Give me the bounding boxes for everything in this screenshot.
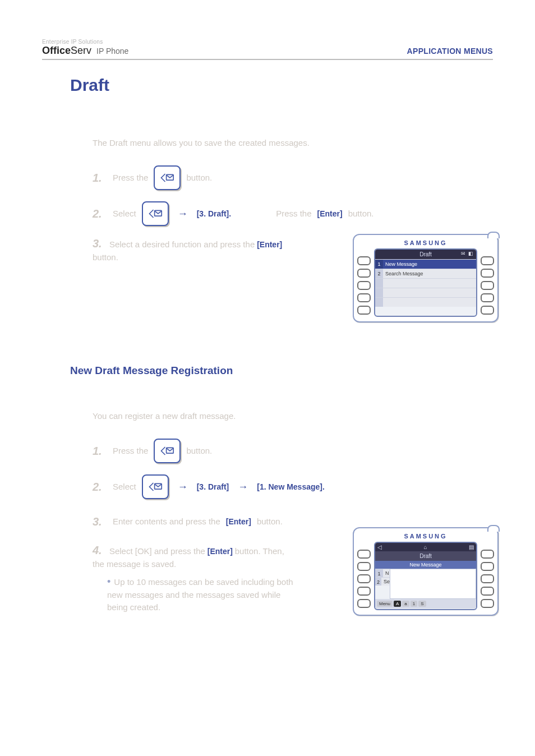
mode-sym[interactable]: S [418,601,426,607]
note: •Up to 10 messages can be saved includin… [93,576,294,614]
step-number: 3. [93,237,107,250]
brand-tagline: Enterprise IP Solutions [42,39,128,45]
step-b2: 2. Select → [3. Draft] → [1. New Message… [93,474,493,499]
home-icon[interactable]: ⌂ [423,544,427,550]
soft-button[interactable] [481,256,494,265]
phone-brand: SAMSUNG [357,238,494,248]
menu-soft-label[interactable]: Menu [377,601,393,607]
soft-button[interactable] [357,269,371,278]
softkeys-right [481,248,494,317]
soft-button[interactable] [481,281,494,290]
page-title: Draft [70,76,493,95]
softkeys-left [357,542,371,610]
step-number: 4. [93,544,107,557]
menu-item-search-message[interactable]: 2 Search Message [375,269,476,278]
soft-button[interactable] [357,256,371,265]
message-key-icon [142,474,169,499]
message-key-icon [154,165,181,190]
text-input-area[interactable] [390,569,476,599]
step-b4: 4. Select [OK] and press the [Enter] but… [93,544,493,614]
back-icon[interactable]: ◁ [377,544,382,550]
intro-text-2: You can register a new draft message. [93,405,493,427]
envelope-icon: ✉ ◧ [461,251,474,256]
screen-subtitle: New Message [375,561,476,569]
soft-button[interactable] [357,550,371,559]
step-2: 2. Select → [3. Draft]. Press the [Enter… [93,201,493,226]
phone-illustration-new-message: SAMSUNG [353,527,499,616]
step-number: 2. [93,481,107,494]
phone-screen: Draft ✉ ◧ 1 New Message 2 [374,248,477,317]
brand: Enterprise IP Solutions OfficeServ IP Ph… [42,39,128,56]
soft-button[interactable] [357,587,371,596]
soft-button[interactable] [481,574,494,583]
soft-button[interactable] [481,269,494,278]
soft-button[interactable] [481,587,494,596]
section-label: APPLICATION MENUS [407,47,493,56]
list-icon[interactable]: ▤ [469,544,474,550]
bullet-icon: • [107,576,110,587]
step-number: 3. [93,515,107,528]
step-b1: 1. Press the button. [93,439,493,463]
step-3: 3. Select a desired function and press t… [93,237,493,264]
soft-button[interactable] [357,293,371,302]
soft-button[interactable] [481,306,494,315]
arrow-icon: → [238,481,248,493]
subsection-title: New Draft Message Registration [70,365,493,377]
arrow-icon: → [178,208,188,220]
menu-item-new-message[interactable]: 1 New Message [375,259,476,269]
soft-button[interactable] [481,599,494,608]
arrow-icon: → [178,481,188,493]
brand-main: OfficeServ IP Phone [42,45,128,56]
soft-button[interactable] [481,550,494,559]
phone-brand: SAMSUNG [357,532,494,542]
message-key-icon [142,201,169,226]
input-mode-bar: Menu A a 1 S [375,599,476,609]
softkeys-left [357,248,371,317]
mode-caps[interactable]: A [394,601,401,607]
phone-screen: ◁ ⌂ ▤ Draft New Message [374,542,477,610]
step-number: 1. [93,445,107,458]
step-1: 1. Press the button. [93,165,493,190]
soft-button[interactable] [481,293,494,302]
step-number: 1. [93,172,107,185]
soft-button[interactable] [357,599,371,608]
mode-lower[interactable]: a [402,601,409,607]
soft-button[interactable] [357,306,371,315]
page-header: Enterprise IP Solutions OfficeServ IP Ph… [42,39,493,60]
message-key-icon [154,439,181,463]
soft-button[interactable] [481,562,494,571]
mode-num[interactable]: 1 [411,601,417,607]
step-number: 2. [93,208,107,220]
intro-text: The Draft menu allows you to save the cr… [93,132,493,154]
softkeys-right [481,542,494,610]
soft-button[interactable] [357,562,371,571]
soft-button[interactable] [357,574,371,583]
phone-illustration-draft: SAMSUNG [353,234,499,322]
soft-button[interactable] [357,281,371,290]
